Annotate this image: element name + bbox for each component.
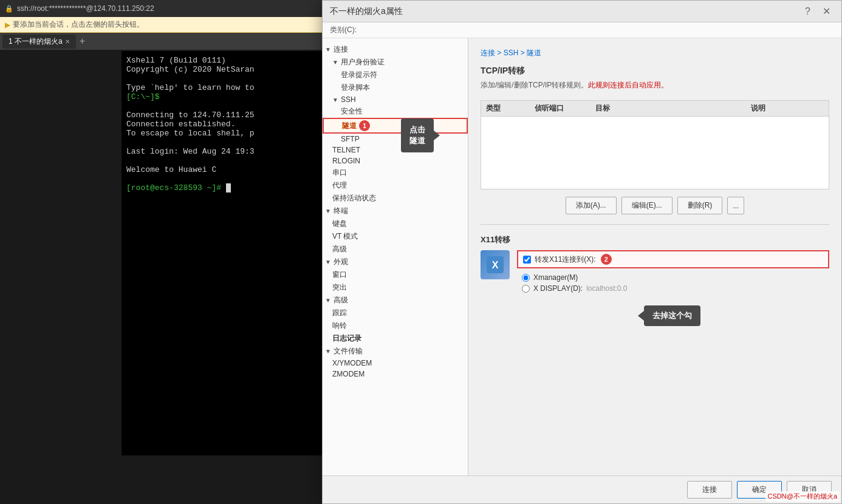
cat-label-bell: 响铃 (332, 321, 347, 331)
terminal-title: ssh://root:*************@124.70.111.250:… (17, 4, 154, 13)
cat-node-login-prompt[interactable]: 登录提示符 (323, 69, 468, 81)
cat-node-advanced-terminal[interactable]: 高级 (323, 243, 468, 256)
dialog-title-buttons: ? ✕ (801, 4, 834, 18)
term-line-3 (126, 74, 317, 83)
cat-node-keepalive[interactable]: 保持活动状态 (323, 192, 468, 205)
x11-svg-icon: X (485, 255, 505, 274)
x11-xmanager-row: Xmanager(M) (517, 273, 829, 282)
cat-node-login-script[interactable]: 登录脚本 (323, 81, 468, 94)
xdisplay-radio[interactable] (522, 285, 530, 293)
cat-node-logging[interactable]: 日志记录 (323, 332, 468, 345)
term-line-8: Connection established. (126, 120, 317, 129)
cat-node-vt-mode[interactable]: VT 模式 (323, 230, 468, 243)
terminal-area: 🔒 ssh://root:*************@124.70.111.25… (0, 0, 322, 504)
term-line-11: Last login: Wed Aug 24 19:3 (126, 147, 317, 156)
term-line-14 (126, 174, 317, 183)
cat-label-keepalive: 保持活动状态 (332, 193, 376, 203)
cat-node-zmodem[interactable]: ZMODEM (323, 369, 468, 380)
x11-xdisplay-row: X DISPLAY(D): localhost:0.0 (517, 284, 829, 293)
cat-label-logging: 日志记录 (332, 333, 361, 344)
tcp-desc-text: 添加/编辑/删除TCP/IP转移规则。 (481, 81, 588, 89)
expand-icon-appearance: ▼ (325, 259, 331, 265)
cat-node-user-auth[interactable]: ▼ 用户身份验证 (323, 56, 468, 69)
x11-section: X11转移 X 转发X11连接到(X): 2 (481, 234, 829, 293)
cat-label-ssh: SSH (341, 95, 356, 104)
cat-label-login-script: 登录脚本 (341, 83, 370, 93)
dialog-help-button[interactable]: ? (801, 4, 814, 18)
term-line-2: Copyright (c) 2020 NetSaran (126, 65, 317, 74)
xmanager-radio[interactable] (522, 274, 530, 282)
dialog-title-bar: 不一样的烟火a属性 ? ✕ (323, 1, 841, 22)
cat-node-terminal[interactable]: ▼ 终端 (323, 205, 468, 217)
cat-node-rlogin[interactable]: RLOGIN (323, 155, 468, 166)
x11-forward-label: 转发X11连接到(X): (535, 254, 596, 265)
tcp-desc-link[interactable]: 此规则连接后自动应用。 (588, 81, 668, 89)
term-line-7: Connecting to 124.70.111.25 (126, 111, 317, 120)
cat-node-security[interactable]: 安全性 (323, 105, 468, 118)
cat-label-trace: 跟踪 (332, 308, 347, 318)
cat-node-proxy[interactable]: 代理 (323, 179, 468, 192)
annotation-uncheck-x11-text: 去掉这个勾 (652, 311, 692, 320)
term-prompt: [root@ecs-328593 ~]# (126, 183, 317, 192)
delete-rule-button[interactable]: 删除(R) (677, 197, 723, 214)
dialog-footer: 连接 确定 取消 (323, 475, 841, 503)
col-target: 目标 (595, 103, 751, 114)
tcp-section-title: TCP/IP转移 (481, 66, 829, 77)
tab-session-1[interactable]: 1 不一样的烟火a ✕ (2, 35, 76, 49)
cat-node-tunnel[interactable]: 隧道 1 (323, 118, 468, 134)
category-label: 类别(C): (330, 26, 357, 34)
tunnel-badge: 1 (359, 120, 370, 131)
connect-button[interactable]: 连接 (687, 481, 732, 499)
cat-node-telnet[interactable]: TELNET (323, 145, 468, 155)
xmanager-label: Xmanager(M) (533, 273, 578, 282)
annotation-tunnel-text: 隧道 (409, 135, 425, 146)
cat-node-file-transfer[interactable]: ▼ 文件传输 (323, 345, 468, 358)
xdisplay-value: localhost:0.0 (586, 284, 627, 293)
cat-node-appearance[interactable]: ▼ 外观 (323, 256, 468, 268)
cat-label-advanced: 高级 (334, 295, 348, 305)
terminal-title-bar: 🔒 ssh://root:*************@124.70.111.25… (0, 0, 322, 17)
edit-rule-button[interactable]: 编辑(E)... (621, 197, 673, 214)
tcp-table-body[interactable] (481, 117, 829, 189)
tab-close-icon-1[interactable]: ✕ (65, 38, 70, 45)
cat-node-bell[interactable]: 响铃 (323, 319, 468, 332)
expand-icon-ssh: ▼ (332, 97, 338, 103)
csdn-watermark: CSDN@不一样的烟火a (765, 491, 840, 502)
x11-forward-checkbox[interactable] (523, 256, 531, 264)
cat-node-keyboard[interactable]: 键盘 (323, 217, 468, 230)
cat-label-window: 窗口 (332, 270, 347, 280)
cat-label-security: 安全性 (341, 106, 363, 117)
cat-label-xymodem: X/YMODEM (332, 359, 372, 367)
more-button[interactable]: ... (727, 197, 744, 214)
term-line-1: Xshell 7 (Build 0111) (126, 56, 317, 65)
add-rule-button[interactable]: 添加(A)... (566, 197, 617, 214)
term-line-10 (126, 138, 317, 147)
x11-section-title: X11转移 (481, 234, 829, 245)
annotation-uncheck-x11: 去掉这个勾 (644, 305, 700, 326)
cat-node-connection[interactable]: ▼ 连接 (323, 43, 468, 56)
dialog-title: 不一样的烟火a属性 (330, 6, 403, 17)
tab-add-button[interactable]: + (77, 36, 87, 47)
cat-node-ssh[interactable]: ▼ SSH (323, 94, 468, 105)
cat-node-advanced[interactable]: ▼ 高级 (323, 294, 468, 307)
info-bar: ▶ 要添加当前会话，点击左侧的箭头按钮。 (0, 17, 322, 33)
cat-node-xymodem[interactable]: X/YMODEM (323, 358, 468, 369)
expand-icon-terminal: ▼ (325, 208, 331, 214)
expand-icon-file-transfer: ▼ (325, 348, 331, 355)
cat-node-trace[interactable]: 跟踪 (323, 307, 468, 319)
cat-label-proxy: 代理 (332, 180, 347, 191)
cat-node-sftp[interactable]: SFTP (323, 134, 468, 145)
cat-label-advanced-terminal: 高级 (332, 244, 347, 254)
section-divider (481, 224, 829, 225)
dialog-close-button[interactable]: ✕ (819, 4, 834, 18)
cat-label-keyboard: 键盘 (332, 219, 347, 229)
cat-node-window[interactable]: 窗口 (323, 268, 468, 281)
cat-label-user-auth: 用户身份验证 (341, 57, 385, 67)
cat-node-serial[interactable]: 串口 (323, 166, 468, 179)
cat-node-highlight[interactable]: 突出 (323, 281, 468, 294)
cat-label-appearance: 外观 (334, 257, 348, 267)
cat-label-serial: 串口 (332, 168, 347, 178)
annotation-click-tunnel: 点击 隧道 (401, 118, 434, 152)
terminal-content[interactable]: Xshell 7 (Build 0111) Copyright (c) 2020… (122, 51, 322, 455)
term-line-5: [C:\~]$ (126, 92, 317, 101)
